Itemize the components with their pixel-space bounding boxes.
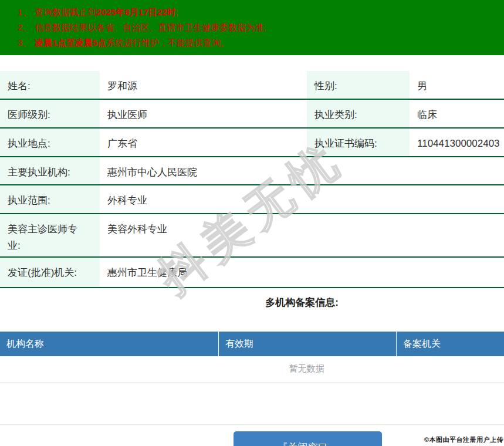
- info-value: 执业医师: [100, 100, 307, 123]
- info-value: 美容外科专业: [100, 214, 504, 238]
- info-label: 姓名:: [0, 71, 100, 99]
- info-value: 临床: [410, 100, 504, 123]
- info-label: 医师级别:: [0, 100, 100, 127]
- registration-column-header: 机构名称: [0, 332, 218, 356]
- close-window-button[interactable]: 『关闭窗口』: [234, 431, 382, 446]
- notice-number: 2、: [18, 22, 31, 32]
- registration-empty-row: 暂无数据: [0, 356, 504, 383]
- info-row: 姓名:罗和源性别:男: [0, 71, 504, 100]
- registration-column-header: 备案机关: [396, 332, 504, 356]
- info-value: 罗和源: [100, 71, 307, 94]
- info-row: 主要执业机构:惠州市中心人民医院: [0, 157, 504, 185]
- info-value: 外科专业: [100, 185, 504, 209]
- doctor-info-table: 姓名:罗和源性别:男医师级别:执业医师执业类别:临床执业地点:广东省执业证书编码…: [0, 71, 504, 288]
- info-row: 发证(批准)机关:惠州市卫生健康局: [0, 258, 504, 288]
- notice-text: ;: [175, 7, 178, 17]
- notice-text-bold: 2025年8月17日22时: [96, 7, 175, 17]
- info-row: 执业范围:外科专业: [0, 185, 504, 214]
- practitioner-query-result-page: 1、查询数据截止到2025年8月17日22时;2、信息数据结果以各省、自治区、直…: [0, 0, 504, 446]
- notice-text: 信息数据结果以各省、自治区、直辖市卫生健康委数据为准;: [35, 22, 266, 32]
- notice-line: 3、凌晨1点至凌晨5点系统进行维护，不能提供查询。: [18, 35, 504, 50]
- info-row: 医师级别:执业医师执业类别:临床: [0, 100, 504, 129]
- notice-text: 查询数据截止到: [35, 7, 96, 17]
- registration-column-header: 有效期: [218, 332, 396, 356]
- info-value: 惠州市中心人民医院: [100, 157, 504, 181]
- info-row: 执业地点:广东省执业证书编码:110441300002403: [0, 129, 504, 157]
- info-label: 美容主诊医师专业:: [0, 214, 100, 256]
- info-label: 发证(批准)机关:: [0, 258, 100, 287]
- notice-line: 2、信息数据结果以各省、自治区、直辖市卫生健康委数据为准;: [18, 20, 504, 35]
- notice-text-bold: 凌晨1点至凌晨5点: [35, 38, 106, 48]
- info-label: 执业类别:: [307, 100, 410, 127]
- notice-text: 系统进行维护，不能提供查询。: [106, 38, 229, 48]
- info-value: 110441300002403: [410, 129, 504, 152]
- info-label: 主要执业机构:: [0, 157, 100, 184]
- info-label: 执业范围:: [0, 185, 100, 213]
- notice-number: 1、: [18, 7, 31, 17]
- notice-banner: 1、查询数据截止到2025年8月17日22时;2、信息数据结果以各省、自治区、直…: [0, 0, 504, 55]
- notice-number: 3、: [18, 38, 31, 48]
- info-row: 美容主诊医师专业:美容外科专业: [0, 214, 504, 258]
- upload-note: ©本图由平台注册用户上传: [424, 435, 503, 444]
- info-label: 执业证书编码:: [307, 129, 410, 156]
- info-label: 性别:: [307, 71, 410, 99]
- footer-divider: [0, 424, 504, 425]
- info-value: 惠州市卫生健康局: [100, 258, 504, 281]
- notice-line: 1、查询数据截止到2025年8月17日22时;: [18, 5, 504, 20]
- info-value: 男: [410, 71, 504, 94]
- info-value: 广东省: [100, 129, 307, 152]
- multi-org-section-title: 多机构备案信息:: [0, 296, 504, 309]
- registration-table-header: 机构名称有效期备案机关: [0, 332, 504, 356]
- info-label: 执业地点:: [0, 129, 100, 156]
